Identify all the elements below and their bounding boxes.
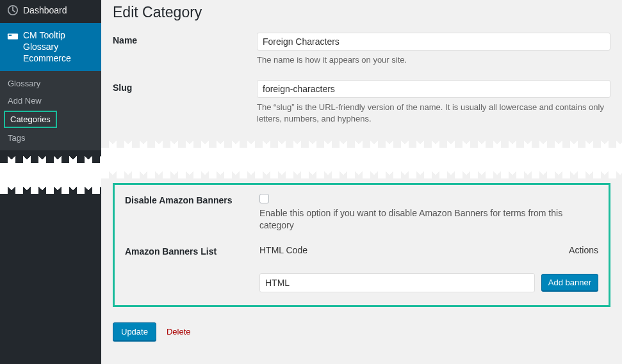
sidebar-item-dashboard[interactable]: Dashboard (0, 0, 101, 23)
main-content: Edit Category Name The name is how it ap… (101, 0, 622, 364)
banners-table-header: HTML Code Actions (259, 245, 598, 255)
page-title: Edit Category (113, 4, 610, 21)
amazon-section: Disable Amazon Banners Enable this optio… (113, 183, 610, 307)
banner-input-row: Add banner (259, 273, 598, 292)
banner-html-input[interactable] (259, 273, 535, 292)
slug-description: The “slug” is the URL-friendly version o… (257, 102, 610, 125)
slug-label: Slug (113, 80, 257, 93)
banners-list-row: Amazon Banners List HTML Code Actions Ad… (125, 245, 598, 292)
sidebar-submenu: Glossary Add New Categories Tags (0, 71, 101, 150)
update-button[interactable]: Update (113, 322, 156, 341)
form-actions: Update Delete (113, 322, 610, 341)
sidebar-item-label: CM Tooltip Glossary Ecommerce (23, 29, 95, 65)
name-description: The name is how it appears on your site. (257, 54, 610, 66)
plugin-icon (6, 29, 19, 42)
delete-link[interactable]: Delete (167, 327, 191, 336)
disable-banners-label: Disable Amazon Banners (125, 194, 259, 205)
submenu-item-glossary[interactable]: Glossary (0, 75, 101, 92)
disable-banners-row: Disable Amazon Banners Enable this optio… (125, 194, 598, 232)
disable-banners-description: Enable this option if you want to disabl… (259, 207, 598, 232)
add-banner-button[interactable]: Add banner (541, 274, 598, 291)
sidebar-item-cm-tooltip[interactable]: CM Tooltip Glossary Ecommerce (0, 23, 101, 71)
zigzag-cut-sidebar (0, 155, 101, 193)
disable-banners-checkbox[interactable] (259, 194, 269, 203)
submenu-item-tags[interactable]: Tags (0, 129, 101, 146)
slug-input[interactable] (257, 80, 610, 98)
col-html-code: HTML Code (259, 245, 307, 255)
submenu-item-add-new[interactable]: Add New (0, 92, 101, 109)
svg-rect-2 (9, 35, 12, 36)
form-row-name: Name The name is how it appears on your … (113, 33, 610, 66)
name-label: Name (113, 33, 257, 45)
svg-rect-1 (8, 33, 18, 39)
dashboard-icon (6, 4, 19, 17)
zigzag-cut-main (101, 139, 622, 178)
banners-list-label: Amazon Banners List (125, 245, 259, 257)
col-actions: Actions (569, 245, 598, 255)
form-row-slug: Slug The “slug” is the URL-friendly vers… (113, 80, 610, 125)
name-input[interactable] (257, 33, 610, 51)
submenu-item-categories[interactable]: Categories (4, 111, 57, 128)
sidebar-item-label: Dashboard (23, 5, 67, 15)
